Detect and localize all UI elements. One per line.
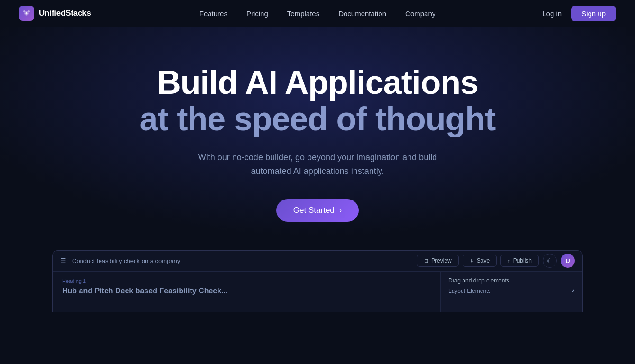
logo-label: UnifiedStacks xyxy=(39,9,91,18)
signup-button[interactable]: Sign up xyxy=(571,6,616,21)
save-label: Save xyxy=(477,257,490,264)
layout-elements-label: Layout Elements xyxy=(448,288,490,294)
app-heading-value: Hub and Pitch Deck based Feasibility Che… xyxy=(62,287,431,295)
chevron-down-icon: ∨ xyxy=(571,288,575,294)
app-content: Heading 1 Hub and Pitch Deck based Feasi… xyxy=(53,272,582,312)
preview-button[interactable]: ⊡ Preview xyxy=(417,255,459,267)
svg-point-3 xyxy=(28,10,30,12)
app-sidebar-title: Drag and drop elements xyxy=(448,277,575,284)
app-heading-label: Heading 1 xyxy=(62,278,431,284)
svg-point-1 xyxy=(26,12,28,15)
moon-icon: ☾ xyxy=(547,257,553,264)
user-avatar[interactable]: U xyxy=(561,254,575,268)
logo-icon xyxy=(19,6,34,21)
get-started-arrow: › xyxy=(339,206,342,215)
publish-icon: ↑ xyxy=(508,258,510,264)
app-preview: ☰ Conduct feasibility check on a company… xyxy=(52,250,583,312)
app-topbar-right: ⊡ Preview ⬇ Save ↑ Publish ☾ U xyxy=(417,254,575,268)
publish-label: Publish xyxy=(513,257,532,264)
nav-link-features[interactable]: Features xyxy=(200,9,227,18)
save-icon: ⬇ xyxy=(470,258,474,264)
nav-link-templates[interactable]: Templates xyxy=(287,9,319,18)
nav-link-pricing[interactable]: Pricing xyxy=(246,9,268,18)
nav-link-documentation[interactable]: Documentation xyxy=(338,9,386,18)
drag-drop-label: Drag and drop elements xyxy=(448,277,509,284)
get-started-button[interactable]: Get Started › xyxy=(276,199,359,222)
save-button[interactable]: ⬇ Save xyxy=(463,255,497,267)
hero-section: Build AI Applications at the speed of th… xyxy=(0,27,635,364)
logo[interactable]: UnifiedStacks xyxy=(19,6,91,21)
app-topbar-left: ☰ Conduct feasibility check on a company xyxy=(60,257,180,264)
app-sidebar-section[interactable]: Layout Elements ∨ xyxy=(448,288,575,294)
hero-title-line1: Build AI Applications xyxy=(157,64,478,101)
publish-button[interactable]: ↑ Publish xyxy=(500,255,539,267)
nav-link-company[interactable]: Company xyxy=(405,9,435,18)
app-main-area: Heading 1 Hub and Pitch Deck based Feasi… xyxy=(53,272,440,312)
nav-links: Features Pricing Templates Documentation… xyxy=(200,9,436,18)
app-title: Conduct feasibility check on a company xyxy=(72,257,180,264)
nav-actions: Log in Sign up xyxy=(542,6,616,21)
app-sidebar: Drag and drop elements Layout Elements ∨ xyxy=(440,272,582,312)
hamburger-icon[interactable]: ☰ xyxy=(60,257,66,264)
theme-toggle[interactable]: ☾ xyxy=(543,254,557,268)
login-button[interactable]: Log in xyxy=(542,9,562,18)
hero-subtitle: With our no-code builder, go beyond your… xyxy=(185,151,450,178)
preview-icon: ⊡ xyxy=(424,258,428,264)
get-started-label: Get Started xyxy=(293,206,335,215)
hero-title-line2: at the speed of thought xyxy=(140,100,496,137)
preview-label: Preview xyxy=(431,257,452,264)
svg-point-2 xyxy=(23,10,25,12)
hero-title: Build AI Applications at the speed of th… xyxy=(140,64,496,137)
app-topbar: ☰ Conduct feasibility check on a company… xyxy=(53,251,582,272)
navbar: UnifiedStacks Features Pricing Templates… xyxy=(0,0,635,27)
